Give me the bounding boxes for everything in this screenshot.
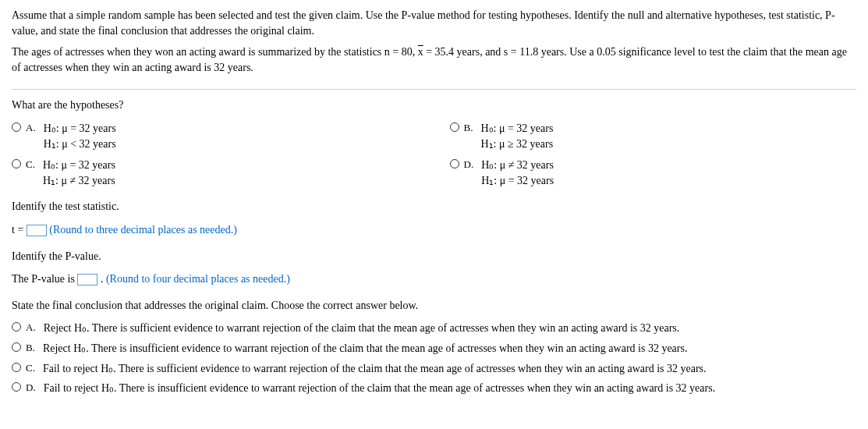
conclusion-label-b: B. [26,341,35,355]
option-d-h1: H₁: μ = 32 years [481,173,554,189]
conclusion-d-text: Fail to reject H₀. There is insufficient… [44,381,716,396]
t-value-input[interactable] [27,225,47,236]
option-b-h0: H₀: μ = 32 years [480,121,553,136]
conclusion-question: State the final conclusion that addresse… [12,298,856,314]
option-label-c: C. [26,158,35,172]
conclusion-c[interactable]: C. Fail to reject H₀. There is sufficien… [12,361,856,377]
p-instruction: (Round to four decimal places as needed.… [106,273,290,285]
t-instruction: (Round to three decimal places as needed… [49,224,237,236]
radio-icon [12,382,21,392]
conclusion-label-d: D. [26,381,36,395]
radio-icon [12,342,21,352]
option-c-h0: H₀: μ = 32 years [43,158,115,173]
radio-icon [450,159,459,168]
radio-icon [12,322,21,332]
radio-icon [12,159,21,168]
option-c-h1: H₁: μ ≠ 32 years [43,173,115,189]
conclusion-label-c: C. [26,361,35,375]
conclusion-a-text: Reject H₀. There is sufficient evidence … [44,321,680,336]
option-c[interactable]: C. H₀: μ = 32 years H₁: μ ≠ 32 years [12,158,419,188]
t-prefix: t = [12,224,27,236]
conclusion-d[interactable]: D. Fail to reject H₀. There is insuffici… [12,381,856,396]
p-prefix: The P-value is [12,273,77,285]
conclusion-b[interactable]: B. Reject H₀. There is insufficient evid… [12,341,856,356]
hypotheses-options: A. H₀: μ = 32 years H₁: μ < 32 years B. … [12,121,856,188]
option-label-d: D. [464,158,474,172]
conclusion-options: A. Reject H₀. There is sufficient eviden… [12,321,856,395]
option-b-h1: H₁: μ ≥ 32 years [480,136,553,152]
radio-icon [12,122,21,132]
option-label-a: A. [26,121,36,135]
p-suffix: . [101,273,106,285]
problem-intro: Assume that a simple random sample has b… [12,8,856,38]
p-value-row: The P-value is . (Round to four decimal … [12,271,856,287]
option-a-h0: H₀: μ = 32 years [44,121,116,136]
conclusion-a[interactable]: A. Reject H₀. There is sufficient eviden… [12,321,856,336]
option-d[interactable]: D. H₀: μ ≠ 32 years H₁: μ = 32 years [450,158,857,188]
option-d-h0: H₀: μ ≠ 32 years [481,158,554,173]
problem-details: The ages of actresses when they won an a… [12,44,856,81]
option-a[interactable]: A. H₀: μ = 32 years H₁: μ < 32 years [12,121,419,151]
conclusion-b-text: Reject H₀. There is insufficient evidenc… [43,341,688,356]
details-pre: The ages of actresses when they won an a… [12,46,418,58]
identify-p-value: Identify the P-value. [12,249,856,264]
hypotheses-question: What are the hypotheses? [12,98,856,113]
conclusion-label-a: A. [26,321,36,335]
option-b[interactable]: B. H₀: μ = 32 years H₁: μ ≥ 32 years [450,121,857,151]
option-a-h1: H₁: μ < 32 years [44,136,116,152]
option-label-b: B. [464,121,473,135]
p-value-input[interactable] [77,274,97,285]
radio-icon [450,122,459,132]
identify-test-statistic: Identify the test statistic. [12,199,856,214]
divider [12,89,856,90]
x-bar: x [418,46,423,58]
conclusion-c-text: Fail to reject H₀. There is sufficient e… [43,361,707,377]
t-value-row: t = (Round to three decimal places as ne… [12,222,856,238]
radio-icon [12,363,21,372]
